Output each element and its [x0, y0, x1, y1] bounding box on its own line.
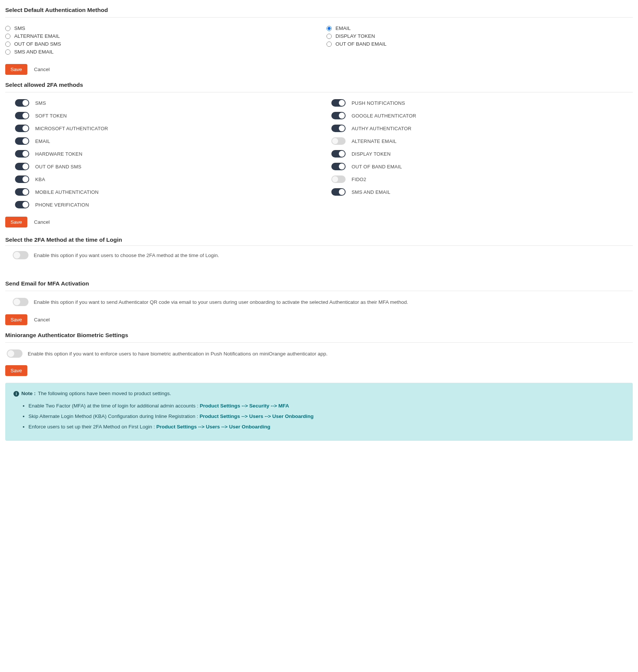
method-label: OUT OF BAND EMAIL [352, 164, 402, 169]
radio-row: OUT OF BAND SMS [5, 40, 312, 48]
method-toggle[interactable] [15, 175, 29, 183]
cancel-button[interactable]: Cancel [34, 317, 50, 323]
radio-row: OUT OF BAND EMAIL [326, 40, 633, 48]
method-toggle[interactable] [331, 150, 346, 158]
notice-item: Enforce users to set up their 2FA Method… [28, 423, 625, 431]
toggle-row: DISPLAY TOKEN [331, 150, 633, 158]
divider [5, 92, 633, 92]
method-label: AUTHY AUTHENTICATOR [352, 126, 411, 131]
radio-row: ALTERNATE EMAIL [5, 32, 312, 40]
toggle-row: FIDO2 [331, 175, 633, 183]
radio-input[interactable] [5, 49, 10, 55]
method-label: HARDWARE TOKEN [35, 151, 82, 157]
notice-item: Skip Alternate Login Method (KBA) Config… [28, 412, 625, 421]
method-label: EMAIL [35, 138, 50, 144]
divider [5, 245, 633, 246]
radio-row: SMS [5, 24, 312, 32]
radio-row: EMAIL [326, 24, 633, 32]
radio-row: DISPLAY TOKEN [326, 32, 633, 40]
notice-item-text: Enforce users to set up their 2FA Method… [28, 424, 156, 430]
radio-label[interactable]: SMS [14, 25, 25, 31]
method-toggle[interactable] [331, 175, 346, 183]
radio-label[interactable]: ALTERNATE EMAIL [14, 33, 60, 39]
cancel-button[interactable]: Cancel [34, 219, 50, 225]
method-label: DISPLAY TOKEN [352, 151, 391, 157]
notice-item-link[interactable]: Product Settings --> Security --> MFA [200, 403, 289, 409]
toggle-row: MICROSOFT AUTHENTICATOR [15, 125, 316, 132]
radio-label[interactable]: OUT OF BAND EMAIL [335, 41, 386, 47]
radio-input[interactable] [5, 42, 10, 47]
radio-input[interactable] [5, 26, 10, 31]
method-toggle[interactable] [331, 188, 346, 196]
method-label: SOFT TOKEN [35, 113, 67, 119]
radio-row: SMS AND EMAIL [5, 48, 312, 56]
radio-input[interactable] [326, 34, 332, 39]
method-label: ALTERNATE EMAIL [352, 138, 397, 144]
radio-label[interactable]: EMAIL [335, 25, 351, 31]
toggle-row: EMAIL [15, 137, 316, 145]
method-label: SMS AND EMAIL [352, 189, 391, 195]
divider [5, 342, 633, 343]
notice-item: Enable Two Factor (MFA) at the time of l… [28, 402, 625, 410]
method-label: MOBILE AUTHENTICATION [35, 189, 98, 195]
method-toggle[interactable] [331, 163, 346, 170]
radio-label[interactable]: SMS AND EMAIL [14, 49, 54, 55]
method-toggle[interactable] [331, 137, 346, 145]
info-icon: i [13, 391, 19, 397]
method-toggle[interactable] [15, 188, 29, 196]
toggle-row: PUSH NOTIFICATIONS [331, 99, 633, 107]
radio-label[interactable]: OUT OF BAND SMS [14, 41, 61, 47]
toggle-row: KBA [15, 175, 316, 183]
divider [5, 17, 633, 18]
toggle-row: ALTERNATE EMAIL [331, 137, 633, 145]
method-toggle[interactable] [15, 137, 29, 145]
method-toggle[interactable] [15, 150, 29, 158]
send-email-mfa-title: Send Email for MFA Activation [5, 280, 633, 287]
toggle-row: SOFT TOKEN [15, 112, 316, 119]
method-label: PHONE VERIFICATION [35, 202, 89, 208]
method-toggle[interactable] [15, 112, 29, 119]
method-toggle[interactable] [15, 125, 29, 132]
method-toggle[interactable] [15, 163, 29, 170]
default-auth-title: Select Default Authentication Method [5, 7, 633, 13]
allowed-2fa-title: Select allowed 2FA methods [5, 82, 633, 88]
method-label: OUT OF BAND SMS [35, 164, 81, 169]
select-2fa-login-text: Enable this option if you want users to … [34, 253, 219, 258]
method-label: FIDO2 [352, 177, 366, 182]
toggle-row: OUT OF BAND EMAIL [331, 163, 633, 170]
toggle-row: GOOGLE AUTHENTICATOR [331, 112, 633, 119]
method-toggle[interactable] [331, 99, 346, 107]
notice-item-link[interactable]: Product Settings --> Users --> User Onbo… [200, 413, 314, 419]
method-label: MICROSOFT AUTHENTICATOR [35, 126, 108, 131]
default-auth-radio-grid: SMSALTERNATE EMAILOUT OF BAND SMSSMS AND… [5, 24, 633, 56]
method-toggle[interactable] [15, 99, 29, 107]
method-label: KBA [35, 177, 45, 182]
save-button[interactable]: Save [5, 217, 27, 227]
select-2fa-login-title: Select the 2FA Method at the time of Log… [5, 236, 633, 244]
notice-item-link[interactable]: Product Settings --> Users --> User Onbo… [156, 424, 270, 430]
biometric-toggle[interactable] [7, 349, 22, 358]
send-email-mfa-text: Enable this option if you want to send A… [34, 299, 408, 305]
method-label: GOOGLE AUTHENTICATOR [352, 113, 416, 119]
radio-label[interactable]: DISPLAY TOKEN [335, 33, 375, 39]
toggle-row: OUT OF BAND SMS [15, 163, 316, 170]
radio-input[interactable] [5, 34, 10, 39]
save-button[interactable]: Save [5, 365, 27, 376]
method-toggle[interactable] [331, 125, 346, 132]
biometric-text: Enable this option if you want to enforc… [28, 351, 328, 357]
save-button[interactable]: Save [5, 314, 27, 325]
note-intro: The following options have been moved to… [38, 390, 171, 398]
method-label: SMS [35, 100, 46, 106]
toggle-row: SMS AND EMAIL [331, 188, 633, 196]
select-2fa-login-toggle[interactable] [13, 251, 28, 259]
toggle-row: AUTHY AUTHENTICATOR [331, 125, 633, 132]
method-label: PUSH NOTIFICATIONS [352, 100, 405, 106]
radio-input[interactable] [326, 26, 332, 31]
method-toggle[interactable] [15, 201, 29, 208]
method-toggle[interactable] [331, 112, 346, 119]
radio-input[interactable] [326, 42, 332, 47]
cancel-button[interactable]: Cancel [34, 67, 50, 72]
notice-item-text: Skip Alternate Login Method (KBA) Config… [28, 413, 200, 419]
save-button[interactable]: Save [5, 64, 27, 75]
send-email-mfa-toggle[interactable] [13, 298, 28, 306]
